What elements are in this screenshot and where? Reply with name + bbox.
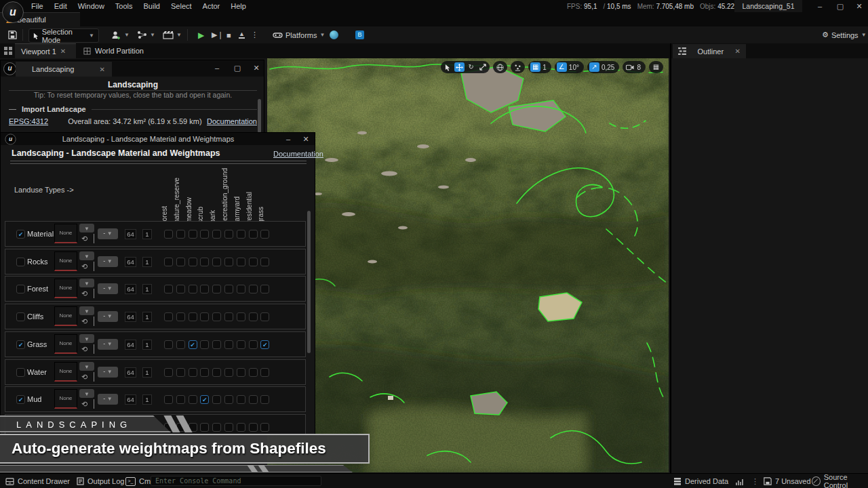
scrollbar[interactable] [258, 99, 261, 133]
landuse-checkbox[interactable] [224, 395, 233, 404]
row-enabled-checkbox[interactable]: ✔ [16, 230, 25, 239]
use-selected-asset-icon[interactable]: ⟲ [81, 317, 87, 326]
close-button[interactable]: ✕ [297, 134, 315, 144]
use-selected-asset-icon[interactable]: ⟲ [81, 400, 87, 409]
tab-world-partition[interactable]: World Partition [77, 43, 152, 58]
surface-snap-toggle[interactable] [511, 61, 525, 73]
close-button[interactable]: ✕ [850, 1, 868, 12]
close-icon[interactable]: ✕ [60, 47, 66, 55]
landuse-checkbox[interactable] [164, 312, 173, 321]
documentation-link[interactable]: Documentation [273, 150, 323, 158]
menu-file[interactable]: File [26, 0, 49, 12]
landuse-checkbox[interactable] [212, 395, 221, 404]
landuse-checkbox[interactable] [164, 340, 173, 349]
add-actor-dropdown[interactable]: ▼ [107, 28, 134, 41]
asset-dropdown-button[interactable]: ▼ [79, 306, 94, 315]
layer-combo[interactable]: - ▼ [98, 283, 118, 294]
tab-viewport-1[interactable]: Viewport 1 ✕ [15, 43, 76, 58]
asset-dropdown-button[interactable]: ▼ [79, 224, 94, 232]
landuse-checkbox[interactable] [164, 258, 173, 266]
landuse-checkbox[interactable] [260, 423, 269, 432]
count-field[interactable]: 1 [142, 367, 152, 378]
landuse-checkbox[interactable] [237, 395, 245, 404]
asset-dropdown-button[interactable]: ▼ [79, 251, 94, 260]
save-button[interactable] [4, 28, 21, 41]
use-selected-asset-icon[interactable]: ⟲ [81, 235, 87, 243]
landuse-checkbox[interactable] [249, 285, 258, 293]
rotation-snap-value[interactable]: 10° [568, 64, 582, 71]
resolution-field[interactable]: 64 [125, 229, 136, 239]
landuse-checkbox[interactable] [189, 258, 197, 266]
grid-snap-control[interactable]: ▦ 1 [528, 61, 551, 73]
landuse-checkbox[interactable] [260, 368, 269, 377]
row-enabled-checkbox[interactable]: ✔ [16, 395, 25, 404]
row-enabled-checkbox[interactable] [16, 312, 25, 321]
row-enabled-checkbox[interactable] [16, 285, 25, 293]
camera-speed-control[interactable]: 8 [623, 61, 646, 73]
resolution-field[interactable]: 64 [125, 284, 136, 294]
landuse-checkbox[interactable] [176, 230, 185, 239]
landuse-checkbox[interactable] [237, 285, 245, 293]
landuse-checkbox[interactable] [249, 368, 258, 377]
insights-button[interactable] [736, 474, 745, 488]
blueprints-dropdown[interactable]: ▼ [133, 28, 159, 41]
landuse-checkbox[interactable] [224, 340, 233, 349]
resolution-field[interactable]: 64 [125, 367, 136, 378]
landuse-checkbox[interactable] [249, 395, 258, 404]
output-log-button[interactable]: Output Log [77, 474, 124, 488]
stop-button[interactable]: ■ [222, 28, 235, 41]
landuse-checkbox[interactable] [189, 395, 197, 404]
material-thumbnail[interactable]: None [54, 224, 77, 243]
asset-dropdown-button[interactable]: ▼ [79, 279, 94, 287]
close-icon[interactable]: ✕ [100, 66, 105, 73]
landuse-checkbox[interactable] [189, 285, 197, 293]
landuse-checkbox[interactable] [200, 423, 209, 432]
scrollbar[interactable] [307, 211, 311, 353]
maximize-button[interactable]: ▢ [229, 62, 246, 73]
material-thumbnail[interactable]: None [54, 279, 77, 298]
use-selected-asset-icon[interactable]: ⟲ [81, 345, 87, 354]
maximize-viewport-button[interactable]: ▦ [649, 61, 663, 73]
landuse-checkbox[interactable] [237, 258, 245, 266]
menu-actor[interactable]: Actor [197, 0, 226, 12]
landuse-checkbox[interactable] [249, 258, 258, 266]
landuse-checkbox[interactable] [164, 395, 173, 404]
close-icon[interactable]: ✕ [735, 47, 741, 55]
landuse-checkbox[interactable] [249, 423, 258, 432]
minimize-button[interactable]: – [811, 1, 829, 12]
console-command-input[interactable]: Enter Console Command [151, 476, 321, 486]
play-button[interactable]: ▶ [194, 28, 208, 41]
landuse-checkbox[interactable] [237, 340, 245, 349]
unsaved-button[interactable]: 7 Unsaved [764, 474, 811, 488]
scale-tool-icon[interactable] [477, 62, 488, 72]
landuse-checkbox[interactable] [176, 340, 185, 349]
landuse-checkbox[interactable] [224, 258, 233, 266]
tab-outliner[interactable]: Outliner ✕ [673, 44, 746, 58]
play-options-button[interactable]: ⋮ [247, 28, 262, 41]
rotate-tool-icon[interactable]: ↻ [466, 62, 476, 72]
count-field[interactable]: 1 [142, 312, 152, 322]
landuse-checkbox[interactable] [189, 312, 197, 321]
resolution-field[interactable]: 64 [125, 312, 136, 322]
material-thumbnail[interactable]: None [54, 251, 77, 271]
minimize-button[interactable]: – [279, 134, 297, 144]
landuse-checkbox[interactable] [200, 230, 209, 239]
landuse-checkbox[interactable] [176, 285, 185, 293]
landuse-checkbox[interactable] [260, 395, 269, 404]
use-selected-asset-icon[interactable]: ⟲ [81, 262, 87, 271]
menu-build[interactable]: Build [138, 0, 165, 12]
landuse-checkbox[interactable] [237, 368, 245, 377]
derived-data-button[interactable]: Derived Data [673, 474, 728, 488]
landuse-checkbox[interactable] [212, 340, 221, 349]
asset-dropdown-button[interactable]: ▼ [79, 389, 94, 398]
selection-mode-dropdown[interactable]: Selection Mode ▼ [28, 28, 99, 43]
use-selected-asset-icon[interactable]: ⟲ [81, 373, 87, 382]
material-thumbnail[interactable]: None [54, 334, 77, 354]
landuse-checkbox[interactable]: ✔ [189, 340, 197, 349]
content-drawer-button[interactable]: Content Drawer [5, 474, 70, 488]
landuse-checkbox[interactable] [176, 395, 185, 404]
source-control-button[interactable]: Source Control [812, 474, 868, 488]
resolution-field[interactable]: 64 [125, 340, 136, 350]
landuse-checkbox[interactable] [212, 230, 221, 239]
count-field[interactable]: 1 [142, 257, 152, 267]
